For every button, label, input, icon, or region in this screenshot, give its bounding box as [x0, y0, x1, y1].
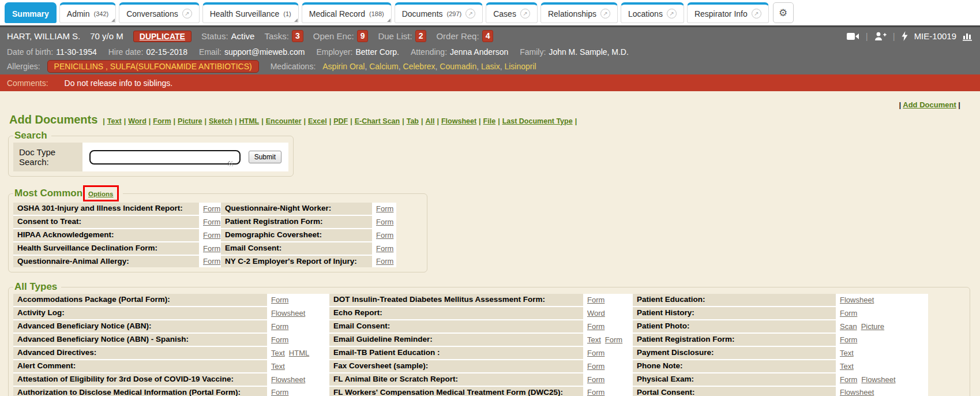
doc-link-form[interactable]: Form	[271, 335, 288, 344]
resize-grip-icon[interactable]	[228, 161, 233, 166]
dropdown-fold-icon[interactable]	[294, 18, 298, 22]
options-link[interactable]: Options	[88, 190, 113, 197]
tab-summary[interactable]: Summary	[5, 2, 57, 23]
quick-link-pdf[interactable]: PDF	[333, 117, 348, 125]
tab-cases[interactable]: Cases↗	[486, 2, 538, 23]
doc-link-form[interactable]: Form	[605, 335, 622, 344]
quick-link-last-document-type[interactable]: Last Document Type	[502, 117, 573, 125]
doc-link-form[interactable]: Form	[203, 218, 220, 226]
doc-link-form[interactable]: Form	[840, 335, 857, 344]
tab-label: Locations	[628, 9, 663, 18]
doc-link-flowsheet[interactable]: Flowsheet	[271, 375, 305, 384]
doc-link-flowsheet[interactable]: Flowsheet	[840, 296, 874, 304]
doc-link-form[interactable]: Form	[587, 362, 604, 371]
comma: ,	[399, 62, 403, 71]
quick-link-file[interactable]: File	[483, 117, 496, 125]
doc-link-form[interactable]: Form	[376, 218, 393, 226]
doc-link-form[interactable]: Form	[271, 296, 288, 304]
dropdown-fold-icon[interactable]	[387, 18, 391, 22]
doc-link-form[interactable]: Form	[587, 388, 604, 396]
lightning-icon[interactable]	[902, 31, 908, 41]
doc-link-text[interactable]: Text	[840, 362, 854, 371]
tab-medical-record[interactable]: Medical Record(188)	[302, 2, 392, 23]
quick-link-tab[interactable]: Tab	[407, 117, 419, 125]
quick-link-all[interactable]: All	[425, 117, 434, 125]
quick-link-html[interactable]: HTML	[239, 117, 259, 125]
doc-link-form[interactable]: Form	[376, 244, 393, 253]
doc-type-name: Patient Registration Form:	[225, 217, 323, 227]
popout-arrow-icon[interactable]: ↗	[520, 9, 530, 18]
medication-link[interactable]: Celebrex	[403, 62, 435, 71]
doc-link-form[interactable]: Form	[271, 322, 288, 331]
add-user-icon[interactable]	[874, 32, 887, 41]
counter-orderreq: Order Req:4	[436, 30, 493, 42]
doc-link-form[interactable]: Form	[376, 204, 393, 213]
doc-link-form[interactable]: Form	[587, 296, 604, 304]
doc-link-text[interactable]: Text	[271, 349, 285, 357]
tab-respirator-info[interactable]: Respirator Info↗	[687, 2, 769, 23]
doc-link-text[interactable]: Text	[840, 349, 854, 357]
quick-link-sketch[interactable]: Sketch	[209, 117, 232, 125]
doc-link-form[interactable]: Form	[840, 309, 857, 317]
duplicate-link[interactable]: DUPLICATE	[133, 31, 192, 42]
dropdown-fold-icon[interactable]	[111, 18, 115, 22]
chart-settings-button[interactable]: ⚙	[773, 2, 794, 23]
tab-label: Relationships	[548, 9, 596, 18]
tab-relationships[interactable]: Relationships↗	[540, 2, 618, 23]
doc-link-form[interactable]: Form	[203, 244, 220, 253]
popout-arrow-icon[interactable]: ↗	[752, 9, 761, 18]
popout-arrow-icon[interactable]: ↗	[600, 9, 610, 18]
doc-link-flowsheet[interactable]: Flowsheet	[271, 309, 305, 317]
tab-count: (297)	[447, 10, 462, 17]
quick-link-form[interactable]: Form	[153, 117, 171, 125]
medication-link[interactable]: Lasix	[481, 62, 500, 71]
tab-health-surveillance[interactable]: Health Surveillance(1)	[202, 2, 299, 23]
popout-arrow-icon[interactable]: ↗	[465, 9, 475, 18]
tab-documents[interactable]: Documents(297)↗	[395, 2, 483, 23]
doc-link-form[interactable]: Form	[587, 322, 604, 331]
doc-link-text[interactable]: Text	[587, 335, 601, 344]
doc-link-form[interactable]: Form	[271, 388, 288, 396]
doc-type-search-input[interactable]	[89, 150, 241, 165]
medication-link[interactable]: Coumadin	[440, 62, 476, 71]
medication-link[interactable]: Aspirin Oral	[322, 62, 365, 71]
quick-link-picture[interactable]: Picture	[178, 117, 202, 125]
doc-link-form[interactable]: Form	[203, 231, 220, 240]
doc-link-flowsheet[interactable]: Flowsheet	[840, 388, 874, 396]
tab-conversations[interactable]: Conversations↗	[119, 2, 200, 23]
doc-link-picture[interactable]: Picture	[861, 322, 884, 331]
doc-link-form[interactable]: Form	[203, 204, 220, 213]
doc-link-form[interactable]: Form	[376, 231, 393, 240]
pipe: |	[479, 117, 481, 125]
doc-link-scan[interactable]: Scan	[840, 322, 857, 331]
doc-link-form[interactable]: Form	[587, 349, 604, 357]
quick-link-e-chart-scan[interactable]: E-Chart Scan	[355, 117, 400, 125]
quick-link-excel[interactable]: Excel	[308, 117, 327, 125]
popout-arrow-icon[interactable]: ↗	[667, 9, 677, 18]
doc-link-form[interactable]: Form	[587, 375, 604, 384]
demographic-label: Date of birth:	[7, 47, 53, 57]
video-camera-icon[interactable]	[847, 32, 859, 40]
medication-link[interactable]: Calcium	[369, 62, 399, 71]
doc-link-form[interactable]: Form	[840, 375, 857, 384]
submit-button[interactable]: Submit	[249, 151, 281, 163]
popout-arrow-icon[interactable]: ↗	[182, 9, 192, 18]
add-document-link[interactable]: Add Document	[903, 100, 956, 109]
tab-admin[interactable]: Admin(342)	[59, 2, 116, 23]
allergies-badge[interactable]: PENICILLINS , SULFA(SULFONAMIDE ANTIBIOT…	[47, 60, 259, 73]
quick-link-encounter[interactable]: Encounter	[266, 117, 302, 125]
pipe: |	[304, 117, 306, 125]
tab-locations[interactable]: Locations↗	[621, 2, 684, 23]
doc-link-flowsheet[interactable]: Flowsheet	[861, 375, 895, 384]
bar-chart-icon[interactable]	[963, 32, 973, 41]
doc-link-word[interactable]: Word	[587, 309, 605, 317]
quick-link-text[interactable]: Text	[107, 117, 122, 125]
doc-type-name: Advanced Directives:	[17, 348, 96, 358]
quick-link-word[interactable]: Word	[128, 117, 147, 125]
doc-link-form[interactable]: Form	[203, 257, 220, 266]
medication-link[interactable]: Lisinopril	[504, 62, 536, 71]
doc-link-html[interactable]: HTML	[289, 349, 309, 357]
doc-link-text[interactable]: Text	[271, 362, 285, 371]
quick-link-flowsheet[interactable]: Flowsheet	[441, 117, 476, 125]
doc-link-form[interactable]: Form	[376, 257, 393, 266]
